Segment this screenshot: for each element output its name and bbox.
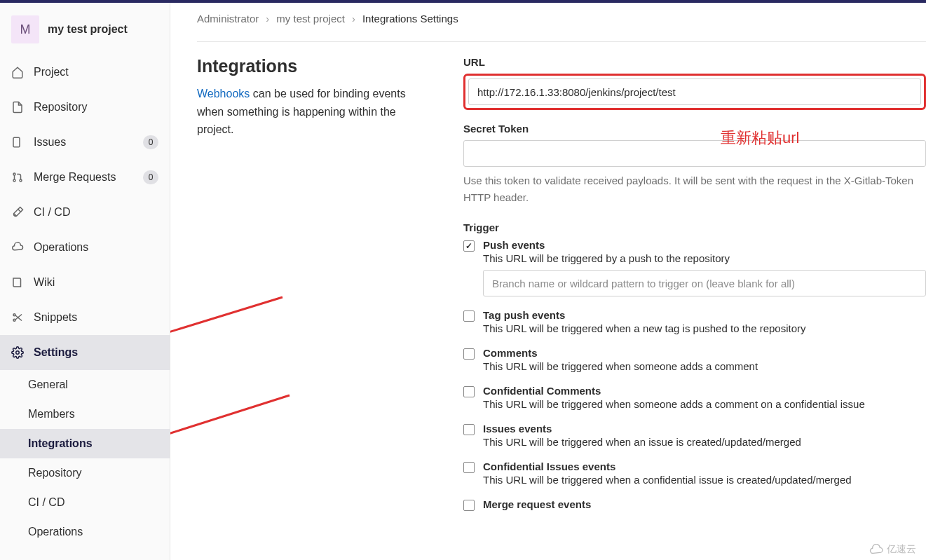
trigger-1: Tag push eventsThis URL will be triggere… [463,309,926,334]
trigger-4: Issues eventsThis URL will be triggered … [463,423,926,448]
trigger-desc: This URL will be triggered when a new ta… [483,322,926,334]
nav-snippets[interactable]: Snippets [0,300,170,335]
nav-cicd[interactable]: CI / CD [0,195,170,230]
secret-token-help: Use this token to validate received payl… [463,172,926,206]
subnav-operations[interactable]: Operations [0,517,170,547]
nav-label: Project [34,66,158,78]
svg-point-1 [13,173,15,175]
trigger-title: Tag push events [483,309,926,321]
webhooks-link[interactable]: Webhooks [197,88,250,100]
branch-filter-input[interactable] [483,270,926,296]
svg-point-3 [20,179,22,182]
issues-badge: 0 [143,135,158,149]
trigger-title: Issues events [483,423,926,435]
main-content: Administrator › my test project › Integr… [170,3,926,560]
chevron-right-icon: › [266,13,269,25]
trigger-label: Trigger [463,221,926,233]
rocket-icon [11,206,24,219]
nav-list: Project Repository Issues 0 Merge Reques… [0,55,170,370]
trigger-desc: This URL will be triggered when a confid… [483,474,926,486]
trigger-checkbox[interactable] [463,462,475,473]
home-icon [11,66,24,78]
subnav-integrations[interactable]: Integrations [0,429,170,458]
trigger-title: Comments [483,347,926,359]
trigger-checkbox[interactable] [463,500,475,511]
nav-issues[interactable]: Issues 0 [0,125,170,160]
url-highlight-box [463,74,926,110]
trigger-title: Confidential Comments [483,385,926,397]
nav-label: CI / CD [34,206,158,219]
project-name: my test project [48,23,128,36]
cloud-icon [11,241,24,254]
trigger-2: CommentsThis URL will be triggered when … [463,347,926,372]
trigger-6: Merge request events [463,498,926,511]
trigger-desc: This URL will be triggered when someone … [483,360,926,372]
trigger-list: Push eventsThis URL will be triggered by… [463,239,926,511]
chevron-right-icon: › [352,13,355,25]
url-label: URL [463,56,926,68]
nav-label: Repository [34,101,158,114]
trigger-3: Confidential CommentsThis URL will be tr… [463,385,926,410]
nav-label: Snippets [34,311,158,324]
subnav-general[interactable]: General [0,370,170,399]
settings-subnav: General Members Integrations Repository … [0,370,170,547]
project-header[interactable]: M my test project [0,8,170,55]
trigger-title: Confidential Issues events [483,460,926,472]
page-title: Integrations [197,56,414,76]
subnav-cicd[interactable]: CI / CD [0,488,170,517]
trigger-desc: This URL will be triggered when someone … [483,398,926,410]
nav-merge-requests[interactable]: Merge Requests 0 [0,160,170,195]
scissors-icon [11,311,24,324]
trigger-0: Push eventsThis URL will be triggered by… [463,239,926,296]
secret-token-input[interactable] [463,140,926,167]
nav-label: Issues [34,136,133,149]
nav-label: Settings [34,346,158,359]
project-avatar: M [11,15,39,43]
trigger-checkbox[interactable] [463,240,475,252]
svg-point-6 [16,351,20,355]
svg-point-2 [13,179,15,182]
merge-icon [11,171,24,184]
nav-wiki[interactable]: Wiki [0,265,170,300]
nav-label: Wiki [34,276,158,289]
svg-point-4 [13,314,15,316]
issues-icon [11,136,24,149]
nav-label: Merge Requests [34,171,133,184]
file-icon [11,101,24,114]
trigger-checkbox[interactable] [463,348,475,360]
trigger-desc: This URL will be triggered when an issue… [483,436,926,448]
nav-operations[interactable]: Operations [0,230,170,265]
svg-point-5 [13,319,15,321]
sidebar: M my test project Project Repository Iss… [0,3,170,560]
nav-label: Operations [34,241,158,254]
trigger-title: Merge request events [483,498,926,510]
breadcrumb-current: Integrations Settings [362,13,458,25]
subnav-members[interactable]: Members [0,399,170,429]
trigger-5: Confidential Issues eventsThis URL will … [463,460,926,486]
cloud-icon [869,544,884,555]
trigger-checkbox[interactable] [463,424,475,435]
breadcrumb-project[interactable]: my test project [276,13,345,25]
trigger-checkbox[interactable] [463,310,475,322]
book-icon [11,276,24,289]
secret-token-label: Secret Token [463,123,926,135]
svg-rect-0 [13,137,20,147]
breadcrumb-admin[interactable]: Administrator [197,13,259,25]
watermark: 亿速云 [869,543,916,556]
gear-icon [11,346,24,359]
annotation-text: 重新粘贴url [721,128,799,149]
trigger-checkbox[interactable] [463,386,475,397]
trigger-title: Push events [483,239,926,251]
nav-project[interactable]: Project [0,55,170,90]
url-input[interactable] [468,78,921,105]
nav-repository[interactable]: Repository [0,90,170,125]
mr-badge: 0 [143,170,158,184]
trigger-desc: This URL will be triggered by a push to … [483,252,926,264]
breadcrumb: Administrator › my test project › Integr… [197,13,926,25]
watermark-text: 亿速云 [887,543,916,556]
nav-settings[interactable]: Settings [0,335,170,370]
subnav-repository[interactable]: Repository [0,458,170,488]
page-description: Webhooks can be used for binding events … [197,85,414,139]
